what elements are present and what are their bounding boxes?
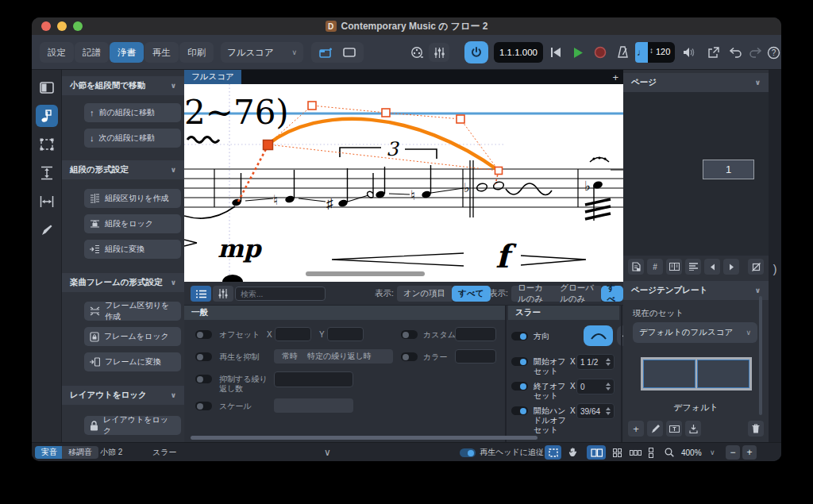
panel-toggle-button[interactable] [36, 76, 58, 98]
lock-layout-button[interactable]: レイアウトをロック [84, 416, 181, 435]
slur-direction-up-button[interactable] [584, 325, 613, 346]
zoom-chevron-icon[interactable]: ∨ [710, 443, 715, 461]
zoom-window-button[interactable] [73, 21, 83, 31]
section-frame-formatting[interactable]: 楽曲フレームの形式設定∨ [62, 273, 184, 292]
tab-setup[interactable]: 設定 [40, 42, 74, 63]
redo-button[interactable] [746, 43, 765, 62]
score-tab-full-score[interactable]: フルスコア [184, 70, 241, 84]
graphic-editing-tool[interactable] [36, 105, 58, 127]
panel-collapse-chevron[interactable]: ∨ [324, 443, 331, 461]
import-template-button[interactable] [685, 421, 701, 437]
delete-template-button[interactable] [748, 421, 764, 437]
volume-button[interactable] [680, 43, 699, 62]
remove-overrides-button[interactable] [748, 259, 764, 275]
help-button[interactable]: ? [765, 43, 781, 62]
section-move-bars[interactable]: 小節を組段間で移動∨ [62, 76, 184, 95]
play-button[interactable] [568, 43, 588, 62]
spinner-arrows-icon[interactable] [606, 358, 611, 366]
layout-selector[interactable]: フルスコア ∨ [221, 42, 303, 63]
score-scrollbar[interactable] [306, 271, 425, 276]
tab-play[interactable]: 再生 [144, 42, 179, 63]
filter-global-only[interactable]: グローバルのみ [553, 286, 600, 302]
metronome-button[interactable] [613, 43, 632, 62]
properties-search-input[interactable] [235, 287, 326, 301]
tab-print[interactable]: 印刷 [179, 42, 214, 63]
page-template-section-header[interactable]: ページテンプレート∨ [623, 281, 769, 300]
tab-engrave[interactable]: 浄書 [110, 42, 144, 63]
close-window-button[interactable] [41, 21, 51, 31]
follow-playhead-toggle[interactable] [460, 448, 476, 457]
page-thumbnail-1[interactable]: 1 [703, 160, 754, 179]
properties-list-button[interactable] [191, 286, 211, 302]
move-to-next-system-button[interactable]: ↓ 次の組段に移動 [84, 129, 181, 148]
offset-y-input[interactable] [327, 327, 364, 341]
slur-start-offset-spinner[interactable]: 1 1/2 [576, 354, 615, 370]
make-into-frame-button[interactable]: フレームに変換 [84, 352, 181, 371]
swap-spread-button[interactable] [666, 259, 682, 275]
zoom-tool-button[interactable] [662, 445, 676, 460]
properties-filter-button[interactable] [213, 286, 233, 302]
scale-toggle[interactable] [195, 402, 212, 410]
current-set-selector[interactable]: デフォルトのフルスコア ∨ [633, 322, 757, 343]
spinner-arrows-icon[interactable] [606, 407, 611, 415]
page-list-view-button[interactable] [685, 259, 701, 275]
suppress-specific-option[interactable]: 特定の繰り返し時 [307, 351, 372, 362]
zoom-in-button[interactable]: + [742, 445, 757, 460]
note-spacing-tool[interactable] [36, 190, 58, 213]
suppress-always-option[interactable]: 常時 [282, 351, 298, 362]
grid-view-button[interactable] [609, 445, 625, 460]
edit-template-button[interactable] [647, 421, 663, 437]
staff-spacing-tool[interactable] [36, 162, 58, 184]
template-preview[interactable] [641, 357, 752, 391]
slur-direction-toggle[interactable] [511, 332, 528, 340]
zoom-level[interactable]: 400% [681, 443, 702, 461]
export-button[interactable] [703, 43, 722, 62]
lock-frame-button[interactable]: フレームをロック [84, 327, 181, 346]
filter-on-items[interactable]: オンの項目 [397, 286, 452, 302]
slur-end-offset-spinner[interactable]: 0 [576, 379, 615, 394]
prev-page-button[interactable] [704, 259, 720, 275]
spinner-arrows-icon[interactable] [606, 383, 611, 391]
page-number-change-button[interactable]: # [647, 259, 663, 275]
custom-scale-toggle[interactable] [401, 330, 418, 339]
single-window-button[interactable] [338, 44, 360, 60]
music-score[interactable]: 2~76) 3 [184, 84, 623, 282]
hand-tool-button[interactable] [564, 445, 581, 460]
zoom-out-button[interactable]: − [726, 445, 740, 460]
filter-all[interactable]: すべて [452, 286, 490, 302]
rename-template-button[interactable] [666, 421, 682, 437]
section-lock-layout[interactable]: レイアウトをロック∨ [62, 386, 184, 405]
offset-x-input[interactable] [275, 327, 311, 341]
mixer-button[interactable] [429, 43, 449, 62]
insert-page-button[interactable] [628, 259, 644, 275]
minimize-window-button[interactable] [57, 21, 67, 31]
add-tab-button[interactable]: + [612, 70, 618, 84]
slur-start-offset-toggle[interactable] [511, 357, 528, 366]
next-page-button[interactable] [723, 259, 739, 275]
video-button[interactable] [406, 43, 427, 62]
filter-local-only[interactable]: ローカルのみ [511, 286, 553, 302]
add-template-button[interactable]: + [628, 421, 644, 437]
color-input[interactable] [455, 349, 496, 364]
tempo-display[interactable]: ♩ ↕ 120 [635, 42, 675, 63]
properties-h-scrollbar[interactable] [191, 436, 538, 440]
suppress-count-toggle[interactable] [195, 375, 212, 383]
offset-toggle[interactable] [195, 330, 212, 339]
create-frame-break-button[interactable]: フレーム区切りを作成 [84, 302, 181, 321]
tabs-view-button[interactable] [314, 44, 337, 60]
slur-end-offset-toggle[interactable] [511, 382, 528, 391]
horizontal-spread-button[interactable] [626, 445, 644, 460]
record-button[interactable] [591, 43, 610, 62]
pages-section-header[interactable]: ページ∨ [623, 73, 769, 92]
rewind-button[interactable] [546, 43, 565, 62]
create-system-break-button[interactable]: 組段区切りを作成 [84, 189, 181, 208]
suppress-playback-toggle[interactable] [195, 352, 212, 361]
page-view-button[interactable] [587, 445, 606, 460]
make-into-system-button[interactable]: 組段に変換 [84, 240, 181, 259]
lines-pen-tool[interactable] [36, 219, 58, 241]
section-system-formatting[interactable]: 組段の形式設定∨ [62, 160, 184, 179]
undo-button[interactable] [726, 43, 745, 62]
lock-system-button[interactable]: 組段をロック [84, 214, 181, 233]
suppress-count-input[interactable] [274, 371, 353, 387]
concert-pitch-button[interactable]: 実音 [35, 446, 64, 459]
